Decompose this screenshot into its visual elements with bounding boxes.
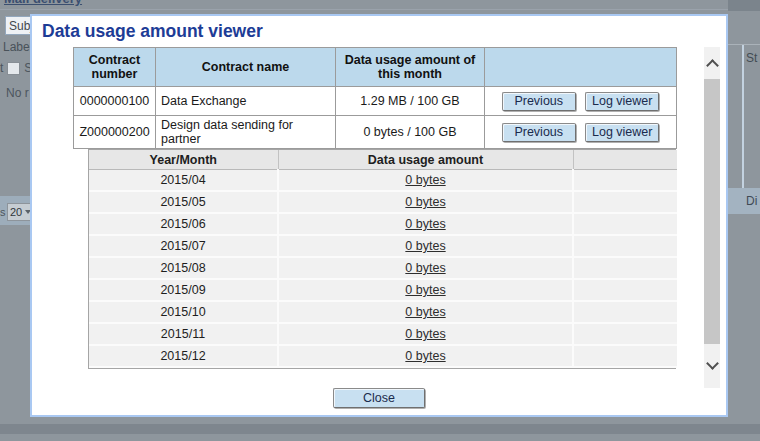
usage-link[interactable]: 0 bytes [405, 283, 445, 297]
scroll-up-icon[interactable] [706, 59, 719, 72]
amount-cell: 0 bytes [278, 301, 573, 323]
usage-link[interactable]: 0 bytes [405, 327, 445, 341]
log-viewer-button[interactable]: Log viewer [585, 92, 659, 111]
page-size-value: 20 [10, 206, 22, 218]
scroll-down-icon[interactable] [706, 357, 719, 370]
display-column-text: Di [746, 194, 757, 208]
amount-cell: 0 bytes [278, 213, 573, 235]
checkbox-prefix-text: t [0, 61, 3, 75]
background-clipped-heading-text: Mail delivery [4, 0, 114, 6]
amount-cell: 0 bytes [278, 235, 573, 257]
amount-cell: 0 bytes [278, 191, 573, 213]
monthly-usage-table-wrap: Year/Month Data usage amount 2015/04 0 b… [88, 149, 676, 369]
contract-name-cell: Design data sending for partner [156, 116, 336, 149]
monthly-row: 2015/12 0 bytes [89, 345, 677, 367]
month-cell: 2015/06 [89, 213, 278, 235]
background-divider [0, 9, 728, 10]
background-panel-edge [742, 45, 744, 188]
background-clipped-heading: Mail delivery [4, 0, 114, 7]
empty-cell [573, 235, 677, 257]
amount-cell: 0 bytes [278, 323, 573, 345]
monthly-row: 2015/08 0 bytes [89, 257, 677, 279]
status-column-text: St [746, 51, 757, 65]
previous-button[interactable]: Previous [502, 92, 576, 111]
month-cell: 2015/11 [89, 323, 278, 345]
actions-cell: Previous Log viewer [485, 87, 677, 116]
header-usage-this-month: Data usage amount of this month [336, 48, 485, 87]
label-text: Labe [3, 40, 30, 54]
usage-link[interactable]: 0 bytes [405, 239, 445, 253]
monthly-row: 2015/05 0 bytes [89, 191, 677, 213]
month-cell: 2015/12 [89, 345, 278, 367]
data-usage-dialog: Data usage amount viewer Contract number… [30, 14, 728, 417]
close-button[interactable]: Close [333, 388, 425, 408]
empty-cell [573, 213, 677, 235]
empty-cell [573, 279, 677, 301]
usage-link[interactable]: 0 bytes [405, 349, 445, 363]
usage-cell: 1.29 MB / 100 GB [336, 87, 485, 116]
month-cell: 2015/08 [89, 257, 278, 279]
header-year-month: Year/Month [89, 150, 278, 170]
monthly-row: 2015/07 0 bytes [89, 235, 677, 257]
log-viewer-button[interactable]: Log viewer [585, 123, 659, 142]
contracts-table: Contract number Contract name Data usage… [73, 47, 677, 149]
background-divider [728, 44, 760, 45]
month-cell: 2015/10 [89, 301, 278, 323]
usage-cell: 0 bytes / 100 GB [336, 116, 485, 149]
contracts-header-row: Contract number Contract name Data usage… [74, 48, 677, 87]
month-cell: 2015/04 [89, 170, 278, 192]
monthly-row: 2015/09 0 bytes [89, 279, 677, 301]
monthly-row: 2015/10 0 bytes [89, 301, 677, 323]
header-empty [573, 150, 677, 170]
month-cell: 2015/09 [89, 279, 278, 301]
dialog-title: Data usage amount viewer [42, 21, 263, 42]
dialog-scrollbar[interactable] [704, 47, 720, 388]
header-data-usage-amount: Data usage amount [278, 150, 573, 170]
usage-link[interactable]: 0 bytes [405, 305, 445, 319]
empty-cell [573, 301, 677, 323]
usage-link[interactable]: 0 bytes [405, 195, 445, 209]
contract-number-cell: 0000000100 [74, 87, 156, 116]
usage-link[interactable]: 0 bytes [405, 217, 445, 231]
empty-cell [573, 170, 677, 192]
screen: Mail delivery Subj Labe t S No r s 20 St… [0, 0, 760, 441]
background-bottom-band [0, 424, 760, 434]
empty-cell [573, 191, 677, 213]
monthly-row: 2015/11 0 bytes [89, 323, 677, 345]
amount-cell: 0 bytes [278, 279, 573, 301]
empty-cell [573, 345, 677, 367]
contract-number-cell: Z000000200 [74, 116, 156, 149]
monthly-usage-table: Year/Month Data usage amount 2015/04 0 b… [89, 150, 677, 368]
month-cell: 2015/07 [89, 235, 278, 257]
monthly-row: 2015/04 0 bytes [89, 170, 677, 192]
header-actions [485, 48, 677, 87]
monthly-row: 2015/06 0 bytes [89, 213, 677, 235]
monthly-header-row: Year/Month Data usage amount [89, 150, 677, 170]
amount-cell: 0 bytes [278, 345, 573, 367]
header-contract-number: Contract number [74, 48, 156, 87]
previous-button[interactable]: Previous [502, 123, 576, 142]
actions-cell: Previous Log viewer [485, 116, 677, 149]
contract-name-cell: Data Exchange [156, 87, 336, 116]
header-contract-name: Contract name [156, 48, 336, 87]
amount-cell: 0 bytes [278, 170, 573, 192]
page-size-prefix-text: s [0, 206, 6, 218]
contract-row: 0000000100 Data Exchange 1.29 MB / 100 G… [74, 87, 677, 116]
empty-cell [573, 323, 677, 345]
background-checkbox-row: t S [0, 61, 32, 75]
scrollbar-thumb[interactable] [704, 79, 720, 344]
usage-link[interactable]: 0 bytes [405, 173, 445, 187]
amount-cell: 0 bytes [278, 257, 573, 279]
no-results-text: No r [6, 86, 29, 100]
month-cell: 2015/05 [89, 191, 278, 213]
contract-row: Z000000200 Design data sending for partn… [74, 116, 677, 149]
background-header-band [728, 0, 760, 11]
background-checkbox[interactable] [7, 62, 20, 75]
usage-link[interactable]: 0 bytes [405, 261, 445, 275]
empty-cell [573, 257, 677, 279]
